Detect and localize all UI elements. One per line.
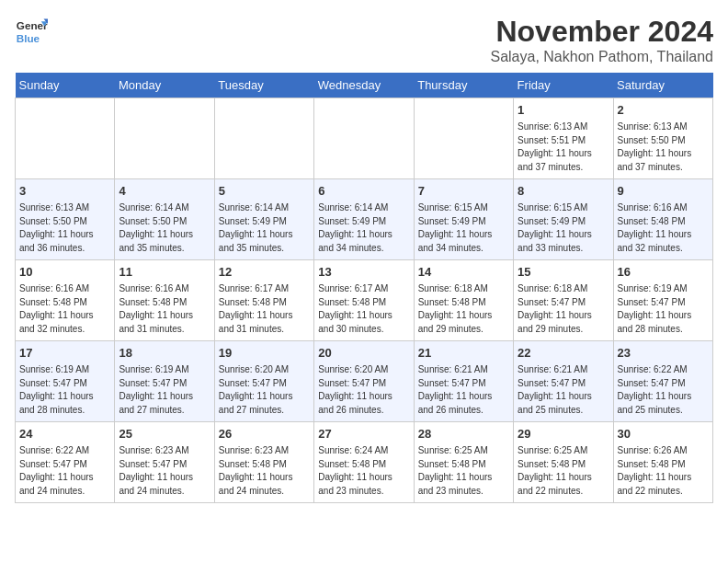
calendar-cell: 2Sunrise: 6:13 AMSunset: 5:50 PMDaylight… (613, 98, 712, 179)
day-info: Sunrise: 6:13 AMSunset: 5:51 PMDaylight:… (518, 121, 609, 174)
month-title: November 2024 (490, 15, 713, 49)
day-info: Sunrise: 6:17 AMSunset: 5:48 PMDaylight:… (318, 282, 409, 336)
calendar-cell: 18Sunrise: 6:19 AMSunset: 5:47 PMDayligh… (115, 341, 214, 422)
day-info: Sunrise: 6:19 AMSunset: 5:47 PMDaylight:… (618, 282, 709, 336)
day-info: Sunrise: 6:16 AMSunset: 5:48 PMDaylight:… (19, 282, 110, 336)
day-info: Sunrise: 6:19 AMSunset: 5:47 PMDaylight:… (119, 363, 210, 417)
weekday-header: Wednesday (314, 73, 414, 98)
day-info: Sunrise: 6:22 AMSunset: 5:47 PMDaylight:… (19, 444, 110, 498)
calendar-cell: 9Sunrise: 6:16 AMSunset: 5:48 PMDaylight… (613, 179, 712, 260)
day-number: 5 (219, 183, 310, 200)
day-number: 13 (318, 264, 409, 281)
calendar-cell (214, 98, 313, 179)
calendar-table: SundayMondayTuesdayWednesdayThursdayFrid… (15, 73, 713, 503)
day-info: Sunrise: 6:15 AMSunset: 5:49 PMDaylight:… (518, 201, 609, 255)
day-info: Sunrise: 6:14 AMSunset: 5:49 PMDaylight:… (219, 201, 310, 255)
calendar-week: 24Sunrise: 6:22 AMSunset: 5:47 PMDayligh… (16, 422, 713, 503)
title-area: November 2024 Salaya, Nakhon Pathom, Tha… (490, 15, 713, 65)
svg-text:General: General (17, 19, 48, 31)
calendar-cell: 12Sunrise: 6:17 AMSunset: 5:48 PMDayligh… (214, 260, 313, 341)
day-number: 27 (318, 426, 409, 442)
day-info: Sunrise: 6:13 AMSunset: 5:50 PMDaylight:… (618, 121, 709, 174)
day-number: 24 (19, 426, 110, 442)
svg-text:Blue: Blue (17, 32, 40, 44)
weekday-header: Monday (115, 73, 214, 98)
day-number: 8 (518, 183, 609, 200)
calendar-cell: 8Sunrise: 6:15 AMSunset: 5:49 PMDaylight… (514, 179, 613, 260)
calendar-cell (314, 98, 414, 179)
logo-icon: General Blue (15, 15, 48, 48)
day-number: 16 (618, 264, 709, 281)
calendar-week: 10Sunrise: 6:16 AMSunset: 5:48 PMDayligh… (16, 260, 713, 341)
day-info: Sunrise: 6:14 AMSunset: 5:49 PMDaylight:… (318, 201, 409, 255)
day-number: 2 (618, 102, 709, 119)
day-info: Sunrise: 6:26 AMSunset: 5:48 PMDaylight:… (618, 444, 709, 498)
day-info: Sunrise: 6:15 AMSunset: 5:49 PMDaylight:… (418, 201, 509, 255)
day-info: Sunrise: 6:21 AMSunset: 5:47 PMDaylight:… (418, 363, 509, 417)
weekday-header: Saturday (613, 73, 712, 98)
calendar-cell: 23Sunrise: 6:22 AMSunset: 5:47 PMDayligh… (613, 341, 712, 422)
day-number: 28 (418, 426, 509, 442)
day-number: 23 (618, 345, 709, 362)
calendar-cell: 26Sunrise: 6:23 AMSunset: 5:48 PMDayligh… (214, 422, 313, 503)
calendar-cell (16, 98, 115, 179)
day-number: 29 (518, 426, 609, 442)
day-number: 15 (518, 264, 609, 281)
calendar-cell: 21Sunrise: 6:21 AMSunset: 5:47 PMDayligh… (414, 341, 513, 422)
day-info: Sunrise: 6:24 AMSunset: 5:48 PMDaylight:… (318, 444, 409, 498)
day-info: Sunrise: 6:13 AMSunset: 5:50 PMDaylight:… (19, 201, 110, 255)
day-info: Sunrise: 6:14 AMSunset: 5:50 PMDaylight:… (119, 201, 210, 255)
day-info: Sunrise: 6:16 AMSunset: 5:48 PMDaylight:… (119, 282, 210, 336)
day-number: 17 (19, 345, 110, 362)
calendar-cell: 28Sunrise: 6:25 AMSunset: 5:48 PMDayligh… (414, 422, 513, 503)
calendar-cell: 14Sunrise: 6:18 AMSunset: 5:48 PMDayligh… (414, 260, 513, 341)
calendar-cell: 25Sunrise: 6:23 AMSunset: 5:47 PMDayligh… (115, 422, 214, 503)
day-info: Sunrise: 6:20 AMSunset: 5:47 PMDaylight:… (318, 363, 409, 417)
day-number: 7 (418, 183, 509, 200)
day-info: Sunrise: 6:23 AMSunset: 5:48 PMDaylight:… (219, 444, 310, 498)
calendar-cell: 3Sunrise: 6:13 AMSunset: 5:50 PMDaylight… (16, 179, 115, 260)
day-number: 1 (518, 102, 609, 119)
day-info: Sunrise: 6:25 AMSunset: 5:48 PMDaylight:… (518, 444, 609, 498)
calendar-cell: 15Sunrise: 6:18 AMSunset: 5:47 PMDayligh… (514, 260, 613, 341)
calendar-cell: 27Sunrise: 6:24 AMSunset: 5:48 PMDayligh… (314, 422, 414, 503)
day-number: 9 (618, 183, 709, 200)
location-title: Salaya, Nakhon Pathom, Thailand (490, 49, 713, 65)
day-info: Sunrise: 6:22 AMSunset: 5:47 PMDaylight:… (618, 363, 709, 417)
calendar-cell: 11Sunrise: 6:16 AMSunset: 5:48 PMDayligh… (115, 260, 214, 341)
calendar-cell: 20Sunrise: 6:20 AMSunset: 5:47 PMDayligh… (314, 341, 414, 422)
calendar-cell: 6Sunrise: 6:14 AMSunset: 5:49 PMDaylight… (314, 179, 414, 260)
day-info: Sunrise: 6:23 AMSunset: 5:47 PMDaylight:… (119, 444, 210, 498)
calendar-cell: 30Sunrise: 6:26 AMSunset: 5:48 PMDayligh… (613, 422, 712, 503)
calendar-cell: 29Sunrise: 6:25 AMSunset: 5:48 PMDayligh… (514, 422, 613, 503)
calendar-cell (115, 98, 214, 179)
day-number: 14 (418, 264, 509, 281)
calendar-week: 3Sunrise: 6:13 AMSunset: 5:50 PMDaylight… (16, 179, 713, 260)
day-info: Sunrise: 6:16 AMSunset: 5:48 PMDaylight:… (618, 201, 709, 255)
calendar-cell: 10Sunrise: 6:16 AMSunset: 5:48 PMDayligh… (16, 260, 115, 341)
day-info: Sunrise: 6:18 AMSunset: 5:47 PMDaylight:… (518, 282, 609, 336)
weekday-header: Tuesday (214, 73, 313, 98)
day-info: Sunrise: 6:20 AMSunset: 5:47 PMDaylight:… (219, 363, 310, 417)
day-info: Sunrise: 6:17 AMSunset: 5:48 PMDaylight:… (219, 282, 310, 336)
day-number: 21 (418, 345, 509, 362)
day-number: 11 (119, 264, 210, 281)
day-number: 22 (518, 345, 609, 362)
day-number: 10 (19, 264, 110, 281)
day-number: 4 (119, 183, 210, 200)
calendar-cell: 16Sunrise: 6:19 AMSunset: 5:47 PMDayligh… (613, 260, 712, 341)
calendar-cell: 17Sunrise: 6:19 AMSunset: 5:47 PMDayligh… (16, 341, 115, 422)
calendar-cell: 7Sunrise: 6:15 AMSunset: 5:49 PMDaylight… (414, 179, 513, 260)
weekday-header: Thursday (414, 73, 513, 98)
day-number: 3 (19, 183, 110, 200)
calendar-cell: 1Sunrise: 6:13 AMSunset: 5:51 PMDaylight… (514, 98, 613, 179)
day-number: 25 (119, 426, 210, 442)
day-info: Sunrise: 6:21 AMSunset: 5:47 PMDaylight:… (518, 363, 609, 417)
calendar-cell: 24Sunrise: 6:22 AMSunset: 5:47 PMDayligh… (16, 422, 115, 503)
day-number: 20 (318, 345, 409, 362)
calendar-cell: 4Sunrise: 6:14 AMSunset: 5:50 PMDaylight… (115, 179, 214, 260)
weekday-header: Friday (514, 73, 613, 98)
day-number: 18 (119, 345, 210, 362)
calendar-header: SundayMondayTuesdayWednesdayThursdayFrid… (16, 73, 713, 98)
calendar-week: 1Sunrise: 6:13 AMSunset: 5:51 PMDaylight… (16, 98, 713, 179)
